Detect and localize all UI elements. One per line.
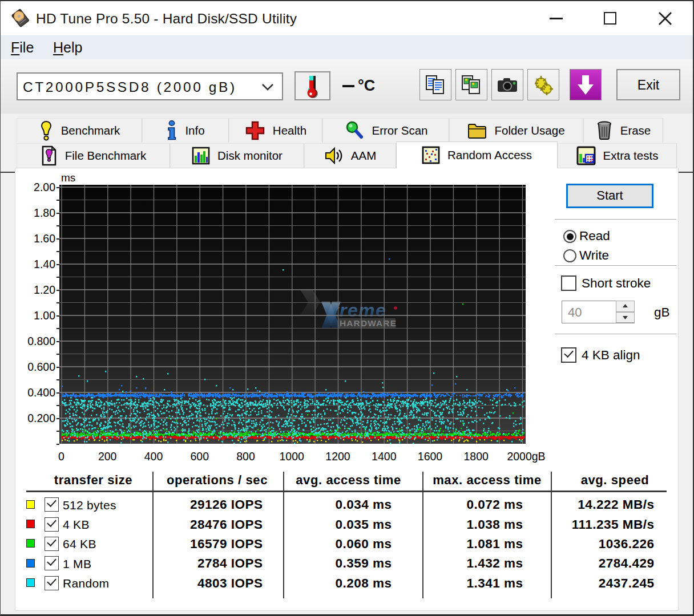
svg-text:HARDWARE: HARDWARE bbox=[340, 318, 397, 328]
svg-text:treme: treme bbox=[333, 300, 386, 321]
